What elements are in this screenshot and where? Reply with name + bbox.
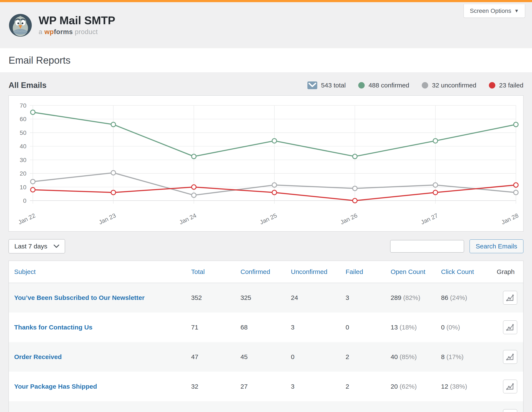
row-graph-button[interactable] (503, 350, 517, 364)
open-count-cell: 13 (18%) (385, 312, 436, 342)
subject-cell: Thanks for Contacting Us (9, 312, 186, 342)
failed-cell: 3 (340, 283, 385, 313)
tagline-a: a (39, 28, 42, 36)
emails-line-chart: 010203040506070Jan 22Jan 23Jan 24Jan 25J… (9, 95, 523, 231)
unconfirmed-cell: 0 (285, 342, 340, 372)
brand-tagline: a wpforms product (39, 28, 115, 36)
confirmed-dot-icon (358, 82, 365, 89)
confirmed-cell: 27 (235, 372, 285, 401)
total-cell: 352 (186, 283, 235, 313)
report-section-head: All Emails 543 total 488 confirmed 32 un… (9, 81, 523, 90)
screen-options-label: Screen Options (470, 8, 511, 14)
subject-cell: Order Received (9, 342, 186, 372)
column-header-failed[interactable]: Failed (340, 261, 385, 283)
legend-label: 488 confirmed (369, 82, 409, 89)
total-cell: 71 (186, 312, 235, 342)
graph-cell (488, 372, 523, 401)
tagline-product: product (75, 28, 98, 36)
unconfirmed-cell: 24 (285, 283, 340, 313)
confirmed-cell: 325 (235, 283, 285, 313)
table-row: You’ve Been Subscribed to Our Newsletter… (9, 283, 523, 313)
failed-cell: 2 (340, 372, 385, 401)
tagline-forms: forms (54, 28, 73, 36)
legend-item-confirmed: 488 confirmed (358, 82, 409, 89)
click-count-cell: 12 (38%) (436, 372, 488, 401)
column-header-confirmed[interactable]: Confirmed (235, 261, 285, 283)
email-subject-link[interactable]: Order Received (14, 353, 62, 360)
email-reports-table: Subject Total Confirmed Unconfirmed Fail… (9, 261, 523, 412)
app-title: WP Mail SMTP (39, 15, 115, 26)
failed-cell: 0 (340, 312, 385, 342)
screen-options-button[interactable]: Screen Options ▼ (464, 4, 525, 18)
svg-text:70: 70 (20, 102, 26, 109)
click-count-cell: 8 (29%) (436, 401, 488, 412)
table-row: Thanks for Contacting Us71683013 (18%)0 … (9, 312, 523, 342)
graph-cell (488, 401, 523, 412)
column-header-graph: Graph (488, 261, 523, 283)
column-header-open-count[interactable]: Open Count (385, 261, 436, 283)
svg-text:Jan 25: Jan 25 (259, 212, 278, 226)
svg-text:40: 40 (20, 143, 26, 150)
open-count-cell: 24 (86%) (385, 401, 436, 412)
row-graph-button[interactable] (503, 380, 517, 393)
email-subject-link[interactable]: You’ve Been Subscribed to Our Newsletter (14, 294, 145, 301)
wp-mail-smtp-logo-icon (9, 13, 32, 37)
confirmed-cell: 45 (235, 342, 285, 372)
graph-cell (488, 342, 523, 372)
legend-item-total: 543 total (307, 82, 346, 89)
envelope-icon (307, 82, 317, 89)
legend-label: 543 total (321, 82, 346, 89)
unconfirmed-cell: 3 (285, 372, 340, 401)
top-accent-bar (0, 0, 532, 2)
subject-cell: You’ve Been Subscribed to Our Newsletter (9, 283, 186, 313)
open-count-cell: 20 (62%) (385, 372, 436, 401)
mini-line-chart-icon (506, 383, 514, 390)
failed-cell: 2 (340, 342, 385, 372)
column-header-unconfirmed[interactable]: Unconfirmed (285, 261, 340, 283)
legend-item-unconfirmed: 32 unconfirmed (422, 82, 476, 89)
confirmed-cell: 26 (235, 401, 285, 412)
mini-line-chart-icon (506, 354, 514, 361)
click-count-cell: 0 (0%) (436, 312, 488, 342)
legend-label: 23 failed (499, 82, 523, 89)
svg-text:Jan 23: Jan 23 (98, 212, 117, 226)
unconfirmed-cell: 3 (285, 312, 340, 342)
click-count-cell: 86 (24%) (436, 283, 488, 313)
chart-legend: 543 total 488 confirmed 32 unconfirmed 2… (307, 82, 523, 89)
row-graph-button[interactable] (503, 291, 517, 305)
svg-text:Jan 28: Jan 28 (500, 212, 519, 226)
date-range-select[interactable]: Last 7 days (9, 239, 65, 253)
subject-cell: Your Package Has Shipped (9, 372, 186, 401)
email-subject-link[interactable]: Thanks for Contacting Us (14, 324, 93, 331)
unconfirmed-cell: 2 (285, 401, 340, 412)
row-graph-button[interactable] (503, 320, 517, 334)
column-header-total[interactable]: Total (186, 261, 235, 283)
total-cell: 47 (186, 342, 235, 372)
table-header-row: Subject Total Confirmed Unconfirmed Fail… (9, 261, 523, 283)
column-header-click-count[interactable]: Click Count (436, 261, 488, 283)
svg-text:Jan 26: Jan 26 (339, 212, 359, 226)
legend-item-failed: 23 failed (489, 82, 523, 89)
svg-text:10: 10 (20, 184, 26, 191)
main-content: All Emails 543 total 488 confirmed 32 un… (0, 72, 532, 412)
date-range-value: Last 7 days (14, 243, 47, 250)
open-count-cell: 289 (82%) (385, 283, 436, 313)
failed-dot-icon (489, 82, 495, 89)
svg-text:0: 0 (23, 197, 26, 204)
graph-cell (488, 312, 523, 342)
chevron-down-icon (54, 245, 59, 248)
column-header-subject[interactable]: Subject (9, 261, 186, 283)
email-subject-link[interactable]: Your Package Has Shipped (14, 383, 97, 390)
app-header: WP Mail SMTP a wpforms product Screen Op… (0, 2, 532, 48)
list-controls: Last 7 days Search Emails (9, 239, 523, 253)
row-graph-button[interactable] (503, 409, 517, 412)
page-title: Email Reports (9, 55, 71, 66)
mini-line-chart-icon (506, 324, 514, 331)
email-reports-table-panel: Subject Total Confirmed Unconfirmed Fail… (9, 261, 523, 412)
total-cell: 28 (186, 401, 235, 412)
search-group: Search Emails (390, 239, 523, 253)
brand-block: WP Mail SMTP a wpforms product (39, 15, 115, 36)
search-input[interactable] (390, 240, 464, 253)
svg-text:Jan 27: Jan 27 (420, 212, 439, 226)
search-emails-button[interactable]: Search Emails (470, 239, 523, 253)
